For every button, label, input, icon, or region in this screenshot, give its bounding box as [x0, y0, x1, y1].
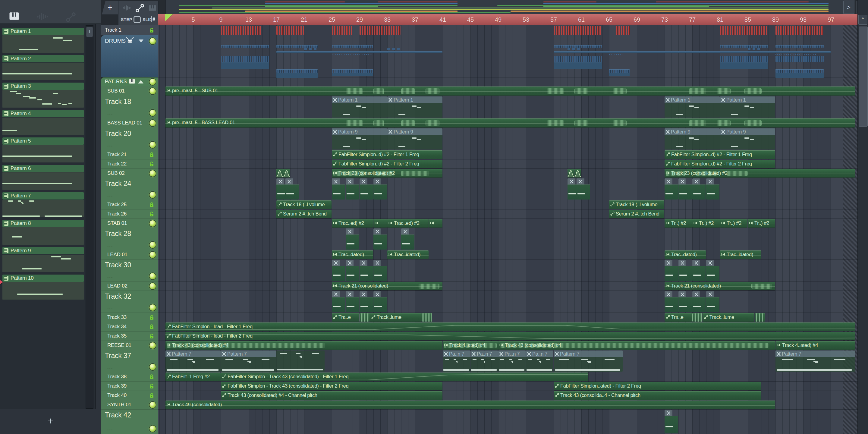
lock-icon[interactable]: [150, 333, 154, 340]
pattern-item[interactable]: Pattern 2: [2, 55, 84, 62]
audio-clip[interactable]: Track 21 (consolidated): [332, 282, 442, 290]
track-row-drums[interactable]: DRUMS: [101, 35, 158, 78]
pattern-clip[interactable]: Pattern 9: [720, 128, 775, 150]
pattern-clip[interactable]: [276, 350, 324, 372]
collapse-caret-up-icon[interactable]: [138, 80, 144, 84]
drum-lane-clip[interactable]: [276, 45, 318, 48]
mute-led[interactable]: [149, 191, 156, 198]
track-row-track-18[interactable]: Track 18...: [101, 96, 158, 118]
mute-led[interactable]: [149, 401, 156, 409]
wave-icon[interactable]: [37, 13, 49, 22]
pattern-clip[interactable]: Pa..n 7: [443, 350, 470, 372]
track-row-track-33[interactable]: Track 33: [101, 313, 158, 322]
track-row-track-39[interactable]: Track 39: [101, 381, 158, 391]
drum-lane-clip[interactable]: [554, 51, 831, 53]
collapse-caret-down-icon[interactable]: [138, 39, 144, 42]
playlist-navigator[interactable]: [165, 0, 855, 14]
mini-pattern-clip[interactable]: [373, 260, 387, 281]
audio-clip[interactable]: Tr..) #2: [692, 219, 720, 227]
track-row-track-40[interactable]: Track 40: [101, 391, 158, 400]
drum-lane-clip[interactable]: [221, 62, 269, 66]
automation-clip[interactable]: Serum 2 #..tch Bend: [609, 210, 664, 218]
audio-clip[interactable]: Track 21 (consolidated): [664, 282, 775, 290]
track-row-bass-lead-01[interactable]: BASS LEAD 01: [101, 118, 158, 128]
track-row-track-25[interactable]: Track 25: [101, 200, 158, 210]
drum-lane-clip[interactable]: [554, 62, 602, 66]
pattern-item[interactable]: Pattern 1: [2, 28, 84, 35]
mini-pattern-clip[interactable]: [706, 179, 719, 199]
pattern-clip[interactable]: Pattern 1: [332, 96, 387, 118]
drum-lane-clip[interactable]: [276, 73, 318, 76]
drum-lane-clip[interactable]: [332, 45, 373, 48]
vertical-scrollbar[interactable]: ^: [858, 0, 868, 434]
automation-bell-clip[interactable]: [283, 169, 290, 178]
mute-led[interactable]: [149, 425, 156, 433]
mute-led[interactable]: [149, 37, 156, 45]
pattern-clip[interactable]: Pattern 7: [165, 350, 221, 372]
drum-lane-clip[interactable]: [554, 59, 602, 62]
track-row-track-26[interactable]: Track 26: [101, 210, 158, 219]
automation-bell-clip[interactable]: [575, 169, 581, 178]
mute-led[interactable]: [149, 251, 156, 258]
drum-stem-clip[interactable]: [221, 26, 262, 35]
drum-lane-clip[interactable]: [609, 54, 623, 55]
automation-bell-clip[interactable]: [567, 169, 574, 178]
mute-led[interactable]: [149, 78, 156, 86]
automation-clip[interactable]: FabFilter Simplon - Track 43 (consolidat…: [221, 382, 442, 390]
mini-pattern-clip[interactable]: [346, 179, 359, 199]
mute-led[interactable]: [149, 282, 156, 290]
mini-pattern-clip[interactable]: [664, 179, 678, 199]
drum-lane-clip[interactable]: [332, 69, 373, 73]
mini-pattern-clip[interactable]: [332, 291, 345, 312]
track-row-sub-02[interactable]: SUB 02: [101, 169, 158, 178]
mini-pattern-clip[interactable]: [577, 179, 590, 199]
lock-icon[interactable]: [150, 374, 154, 381]
track-row-pat-rns[interactable]: PAT..RNS: [101, 78, 158, 86]
automation-clip[interactable]: Track..lume: [370, 313, 422, 321]
lock-icon[interactable]: [150, 211, 154, 218]
pattern-preview[interactable]: [2, 200, 84, 217]
audio-clip[interactable]: pre_mast_5 - SUB 01: [165, 87, 855, 96]
mute-led[interactable]: [149, 304, 156, 311]
playlist-grid[interactable]: pre_mast_5 - SUB 01Pattern 1Pattern 1Pat…: [158, 25, 858, 434]
audio-clip[interactable]: Track 4..ated) #4: [775, 341, 855, 350]
mini-pattern-clip[interactable]: [373, 228, 387, 250]
drum-lane-clip[interactable]: [775, 59, 824, 62]
pattern-item[interactable]: Pattern 6: [2, 165, 84, 172]
mini-pattern-clip[interactable]: [373, 179, 387, 199]
lock-icon[interactable]: [150, 393, 154, 399]
drum-stem-clip[interactable]: [554, 26, 602, 35]
track-row-track-35[interactable]: Track 35: [101, 332, 158, 341]
audio-clip[interactable]: Tr..) #2: [720, 219, 747, 227]
audio-clip[interactable]: Tr..) #2: [748, 219, 775, 227]
drum-stem-clip[interactable]: [276, 26, 304, 35]
lock-icon[interactable]: [150, 383, 154, 390]
mini-pattern-clip[interactable]: [373, 291, 387, 312]
lock-icon[interactable]: [150, 161, 154, 168]
audio-clip[interactable]: Trac..ed) #2: [332, 219, 373, 227]
track-row-track-28[interactable]: Track 28...: [101, 228, 158, 250]
navigator-scroll-right-button[interactable]: >: [843, 1, 854, 14]
track-row-track-34[interactable]: Track 34: [101, 322, 158, 332]
automation-clip[interactable]: Track 18 (..l volume: [276, 200, 332, 209]
automation-stripe-clip[interactable]: [360, 313, 370, 321]
automation-clip[interactable]: FabFilter Simplon..d) #2 - Filter 2 Freq: [664, 160, 775, 168]
drum-stem-clip[interactable]: [616, 26, 629, 35]
pattern-clip[interactable]: Pattern 9: [387, 128, 442, 150]
drum-lane-clip[interactable]: [775, 69, 824, 73]
audio-clip[interactable]: Track 4..ated) #4: [443, 341, 498, 350]
mini-pattern-clip[interactable]: [706, 291, 719, 312]
track-row-track-42[interactable]: Track 42...: [101, 410, 158, 434]
mini-pattern-clip[interactable]: [346, 291, 359, 312]
drum-lane-clip[interactable]: [720, 66, 768, 69]
drum-lane-clip[interactable]: [276, 51, 442, 53]
lock-icon[interactable]: [150, 202, 154, 209]
pattern-preview[interactable]: [2, 145, 84, 162]
pattern-item[interactable]: Pattern 3: [2, 83, 84, 90]
mute-led[interactable]: [149, 119, 156, 127]
mini-pattern-clip[interactable]: [678, 291, 692, 312]
pattern-clip[interactable]: Pattern 7: [554, 350, 623, 372]
drum-lane-clip[interactable]: [775, 56, 824, 59]
drum-lane-clip[interactable]: [720, 59, 768, 62]
mini-pattern-clip[interactable]: [360, 179, 373, 199]
